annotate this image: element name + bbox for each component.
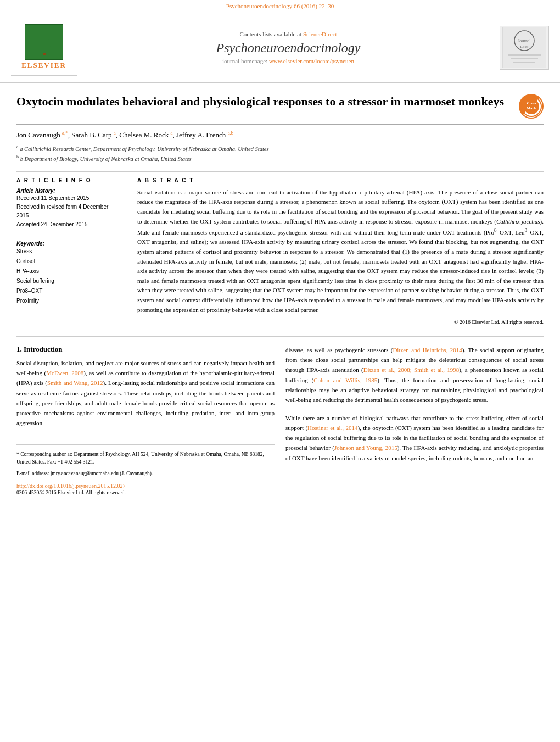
- elsevier-logo: ELSEVIER: [11, 19, 77, 76]
- abstract-body: Social isolation is a major source of st…: [137, 188, 544, 315]
- elsevier-label: ELSEVIER: [21, 61, 66, 70]
- intro-paragraph-3: While there are a number of biological p…: [285, 413, 544, 463]
- homepage-line: journal homepage: www.elsevier.com/locat…: [77, 58, 500, 64]
- keyword-social-buffering: Social buffering: [16, 276, 117, 286]
- keyword-hpa: HPA-axis: [16, 266, 117, 276]
- intro-heading: 1. Introduction: [16, 345, 275, 354]
- ref-cohen-willis-1985[interactable]: Cohen and Willis, 1985: [313, 377, 377, 383]
- history-label: Article history:: [16, 188, 117, 194]
- corresponding-author-footnote: * Corresponding author at: Department of…: [16, 450, 275, 466]
- author-chelsea: Chelsea M. Rock a,: [119, 131, 176, 139]
- journal-volume-link[interactable]: Psychoneuroendocrinology 66 (2016) 22–30: [226, 3, 334, 9]
- affiliations: a a Callitrichid Research Center, Depart…: [16, 144, 544, 163]
- ref-ditzen-2008[interactable]: Ditzen et al., 2008; Smith et al., 1998: [363, 366, 460, 373]
- divider: [16, 236, 117, 236]
- svg-text:Journal: Journal: [518, 38, 531, 43]
- svg-marker-1: [32, 30, 57, 53]
- received-2: Received in revised form 4 December 2015: [16, 203, 117, 220]
- author-jon: Jon Cavanaugh a,*,: [16, 131, 71, 139]
- ref-hostinar-2014[interactable]: Hostinar et al., 2014: [307, 425, 357, 431]
- svg-text:Cross: Cross: [527, 101, 536, 105]
- sciencedirect-link[interactable]: ScienceDirect: [303, 31, 337, 37]
- contents-available-text: Contents lists available at ScienceDirec…: [77, 31, 500, 37]
- journal-title: Psychoneuroendocrinology: [77, 41, 500, 55]
- doi-link[interactable]: http://dx.doi.org/10.1016/j.psyneuen.201…: [16, 483, 125, 489]
- body-content: 1. Introduction Social disruption, isola…: [16, 336, 544, 495]
- ref-smith-wang-2012[interactable]: Smith and Wang, 2012: [47, 380, 103, 386]
- journal-top-bar: Psychoneuroendocrinology 66 (2016) 22–30: [0, 0, 560, 13]
- crossmark-badge[interactable]: Cross Mark: [519, 94, 544, 119]
- accepted-date: Accepted 24 December 2015: [16, 220, 117, 229]
- intro-paragraph-2: disease, as well as psychogenic stressor…: [285, 345, 544, 405]
- article-history-block: Article history: Received 11 September 2…: [16, 188, 117, 229]
- journal-logo-image: Journal Logo: [500, 26, 549, 70]
- article-info-title: A R T I C L E I N F O: [16, 177, 117, 183]
- ref-ditzen-heinrichs-2014[interactable]: Ditzen and Heinrichs, 2014: [393, 347, 462, 353]
- keyword-stress: Stress: [16, 247, 117, 256]
- author-jeffrey: Jeffrey A. French a,b: [176, 131, 233, 139]
- intro-paragraph-1: Social disruption, isolation, and neglec…: [16, 358, 275, 428]
- article-title-section: Oxytocin modulates behavioral and physio…: [16, 94, 544, 125]
- affiliation-a: a a Callitrichid Research Center, Depart…: [16, 144, 544, 153]
- svg-text:Logo: Logo: [520, 44, 529, 49]
- journal-header: ELSEVIER Contents lists available at Sci…: [0, 13, 560, 83]
- keywords-list: Stress Cortisol HPA-axis Social bufferin…: [16, 247, 117, 306]
- keyword-pro8-oxt: Pro8–OXT: [16, 286, 117, 296]
- article-info-column: A R T I C L E I N F O Article history: R…: [16, 177, 126, 325]
- journal-center-info: Contents lists available at ScienceDirec…: [77, 31, 500, 64]
- keywords-block: Keywords: Stress Cortisol HPA-axis Socia…: [16, 241, 117, 306]
- body-left-column: 1. Introduction Social disruption, isola…: [16, 345, 275, 495]
- article-info-abstract-section: A R T I C L E I N F O Article history: R…: [16, 171, 544, 325]
- main-content: Oxytocin modulates behavioral and physio…: [0, 83, 560, 506]
- article-title: Oxytocin modulates behavioral and physio…: [16, 94, 508, 110]
- footer-copyright: 0306-4530/© 2016 Elsevier Ltd. All right…: [16, 490, 275, 495]
- svg-rect-8: [513, 62, 535, 63]
- homepage-url[interactable]: www.elsevier.com/locate/psyneuen: [269, 58, 354, 64]
- email-link[interactable]: jmry.ancavanaug@unomaha.edu: [51, 471, 119, 476]
- svg-text:Mark: Mark: [527, 106, 536, 110]
- elsevier-tree-icon: [25, 24, 63, 60]
- svg-rect-6: [508, 54, 541, 56]
- affiliation-b: b b Department of Biology, University of…: [16, 154, 544, 163]
- author-sarah: Sarah B. Carp a,: [71, 131, 119, 139]
- keyword-cortisol: Cortisol: [16, 256, 117, 266]
- received-1: Received 11 September 2015: [16, 194, 117, 203]
- authors-line: Jon Cavanaugh a,*, Sarah B. Carp a, Chel…: [16, 130, 544, 140]
- email-footnote: E-mail address: jmry.ancavanaug@unomaha.…: [16, 470, 275, 477]
- svg-rect-7: [511, 58, 538, 59]
- abstract-copyright: © 2016 Elsevier Ltd. All rights reserved…: [137, 319, 544, 325]
- abstract-column: A B S T R A C T Social isolation is a ma…: [137, 177, 544, 325]
- abstract-title: A B S T R A C T: [137, 177, 544, 183]
- keyword-proximity: Proximity: [16, 296, 117, 306]
- ref-mcewen-2008[interactable]: McEwen, 2008: [46, 370, 83, 376]
- body-right-column: disease, as well as psychogenic stressor…: [285, 345, 544, 495]
- ref-johnson-young-2015[interactable]: Johnson and Young, 2015: [334, 444, 397, 451]
- keywords-label: Keywords:: [16, 241, 117, 247]
- article-footer: * Corresponding author at: Department of…: [16, 444, 275, 495]
